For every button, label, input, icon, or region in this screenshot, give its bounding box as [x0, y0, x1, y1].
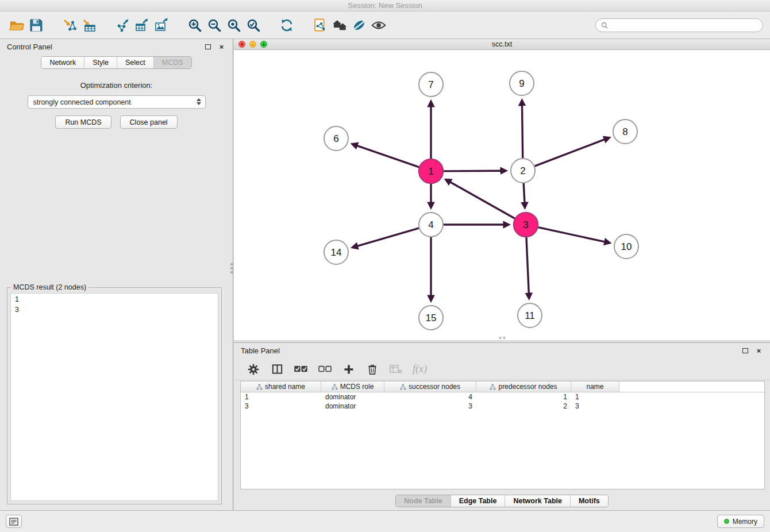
close-window-button[interactable]: × [238, 41, 245, 48]
zoom-out-button[interactable] [205, 16, 224, 35]
function-builder-button[interactable]: f(x) [413, 362, 427, 377]
float-table-panel-icon[interactable] [741, 346, 749, 355]
floppy-icon [29, 18, 44, 33]
column-header-predecessor-nodes[interactable]: predecessor nodes [476, 381, 571, 392]
table-settings-button[interactable] [247, 362, 260, 377]
optimization-criterion-select[interactable]: strongly connected component [28, 95, 206, 109]
cell-name[interactable]: 1 [571, 393, 619, 401]
column-header-name[interactable]: name [571, 381, 619, 392]
graph-node-9[interactable]: 9 [510, 71, 534, 95]
tab-select[interactable]: Select [117, 57, 154, 68]
show-graphics-details-button[interactable] [369, 16, 388, 35]
show-columns-button[interactable] [270, 362, 284, 377]
add-column-button[interactable] [342, 362, 356, 377]
control-panel-title: Control Panel [7, 43, 52, 51]
column-header-successor-nodes[interactable]: successor nodes [384, 381, 476, 392]
open-session-button[interactable] [7, 16, 26, 35]
import-table-button[interactable] [79, 16, 99, 35]
graph-edge-4-14[interactable] [353, 228, 419, 247]
new-network-from-selection-button[interactable] [310, 16, 330, 35]
import-network-button[interactable] [60, 16, 79, 35]
graph-edge-2-8[interactable] [535, 138, 609, 166]
graph-node-6[interactable]: 6 [324, 126, 348, 151]
zoom-fit-button[interactable] [224, 16, 244, 35]
minimize-window-button[interactable]: - [249, 41, 256, 48]
table-row[interactable]: 1 dominator 4 1 1 [241, 392, 764, 402]
run-mcds-button[interactable]: Run MCDS [55, 115, 111, 129]
memory-button[interactable]: Memory [717, 515, 764, 528]
cell-name[interactable]: 3 [571, 402, 619, 410]
mcds-result-item[interactable]: 3 [15, 305, 214, 315]
svg-text:11: 11 [525, 310, 535, 321]
search-box[interactable] [595, 18, 763, 32]
graph-edge-3-1[interactable] [446, 180, 515, 218]
mcds-result-groupbox: MCDS result (2 nodes) 1 3 [7, 287, 222, 504]
zoom-in-button[interactable] [185, 16, 205, 35]
toolbar-group-import [60, 16, 99, 35]
export-table-button[interactable] [132, 16, 152, 35]
graph-node-1[interactable]: 1 [419, 159, 443, 183]
graph-edge-2-9[interactable] [522, 101, 522, 158]
graph-node-10[interactable]: 10 [614, 234, 638, 259]
maximize-window-button[interactable]: + [260, 41, 267, 48]
cell-shared-name[interactable]: 1 [241, 393, 321, 401]
export-network-button[interactable] [113, 16, 132, 35]
graph-edge-3-10[interactable] [538, 228, 609, 243]
delete-column-button[interactable] [365, 362, 379, 377]
tab-edge-table[interactable]: Edge Table [451, 495, 506, 507]
cell-mcds-role[interactable]: dominator [321, 393, 384, 401]
graph-node-8[interactable]: 8 [613, 119, 637, 144]
visual-style-button[interactable] [349, 16, 369, 35]
tab-network-table[interactable]: Network Table [505, 495, 571, 507]
column-header-shared-name[interactable]: shared name [241, 381, 321, 392]
graph-node-11[interactable]: 11 [518, 303, 542, 327]
cell-successor-nodes[interactable]: 4 [384, 393, 476, 401]
select-all-button[interactable] [294, 362, 308, 377]
tab-mcds[interactable]: MCDS [154, 57, 191, 68]
graph-edge-1-2[interactable] [444, 171, 506, 171]
cell-successor-nodes[interactable]: 3 [384, 402, 476, 410]
mcds-result-list[interactable]: 1 3 [10, 293, 218, 501]
graph-edge-3-11[interactable] [526, 237, 529, 298]
tab-network[interactable]: Network [41, 57, 84, 68]
cell-shared-name[interactable]: 3 [241, 402, 321, 410]
import-table-icon [82, 18, 97, 33]
tab-motifs[interactable]: Motifs [571, 495, 608, 507]
mcds-result-item[interactable]: 1 [15, 295, 214, 305]
graph-node-15[interactable]: 15 [419, 306, 443, 330]
zoom-selected-button[interactable] [244, 16, 263, 35]
apply-layout-button[interactable] [277, 16, 297, 35]
zoom-selected-icon [246, 18, 261, 33]
graph-edge-1-6[interactable] [352, 144, 419, 167]
table-row[interactable]: 3 dominator 3 2 3 [241, 402, 764, 411]
cell-predecessor-nodes[interactable]: 1 [476, 393, 571, 401]
task-history-button[interactable] [6, 515, 22, 528]
graph-node-4[interactable]: 4 [419, 213, 443, 237]
svg-text:2: 2 [520, 165, 525, 176]
close-panel-icon[interactable]: × [217, 43, 226, 51]
graph-node-2[interactable]: 2 [511, 159, 535, 183]
cell-mcds-role[interactable]: dominator [321, 402, 384, 410]
tab-node-table[interactable]: Node Table [396, 495, 451, 507]
tab-style[interactable]: Style [84, 57, 117, 68]
close-table-panel-icon[interactable]: × [754, 346, 763, 355]
graph-node-3[interactable]: 3 [514, 213, 538, 237]
panel-splitter-handle[interactable] [229, 263, 233, 273]
deselect-all-button[interactable] [318, 362, 332, 377]
control-panel-tabs: Network Style Select MCDS [0, 56, 233, 69]
canvas-resize-handle[interactable] [499, 337, 505, 339]
mcds-result-title: MCDS result (2 nodes) [11, 283, 88, 291]
graph-edge-2-3[interactable] [523, 183, 525, 207]
graph-node-14[interactable]: 14 [324, 240, 348, 264]
first-neighbors-button[interactable] [330, 16, 349, 35]
close-panel-button[interactable]: Close panel [120, 115, 178, 129]
network-canvas[interactable]: 7968124314101511 [234, 50, 770, 340]
graph-node-7[interactable]: 7 [419, 72, 443, 97]
float-panel-icon[interactable] [203, 43, 212, 51]
search-input[interactable] [611, 21, 757, 29]
delete-table-button[interactable] [389, 362, 403, 377]
cell-predecessor-nodes[interactable]: 2 [476, 402, 571, 410]
save-session-button[interactable] [26, 16, 46, 35]
column-header-mcds-role[interactable]: MCDS role [321, 381, 384, 392]
export-image-button[interactable] [152, 16, 171, 35]
